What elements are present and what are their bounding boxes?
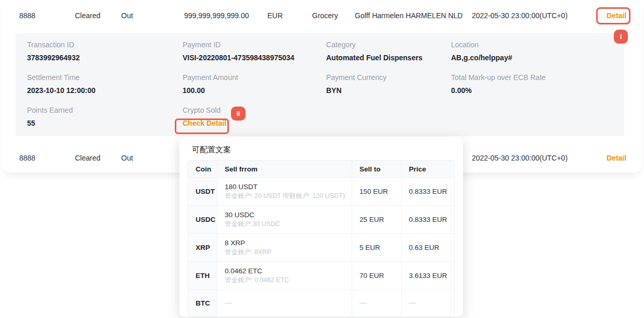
header-sell-to: Sell to — [352, 161, 402, 177]
table-row-eth: ETH 0.0462 ETC 资金账户: 0.0462 ETC 70 EUR 3… — [188, 262, 454, 290]
sell-from-cell: 180 USDT 资金账户: 20 USDT 理财账户: 120 USDT) — [217, 178, 352, 205]
header-price: Price — [402, 161, 455, 177]
detail-link[interactable]: Detail — [607, 11, 626, 20]
amount-cell: 999,999,999,999.00 — [184, 11, 249, 20]
field-label: Settlement Time — [27, 73, 96, 82]
detail-panel-row: Settlement Time 2023-10-10 12:00:00 Paym… — [16, 73, 624, 102]
coin-cell: USDT — [188, 178, 217, 205]
sell-from-amount: 0.0462 ETC — [225, 267, 346, 276]
field-value: VISI-20220801-473598438975034 — [183, 54, 294, 62]
price-cell: 0.8333 EUR — [402, 206, 455, 233]
card-number: 8888 — [19, 154, 35, 162]
field-label: Transaction ID — [27, 41, 80, 49]
field-label: Crypto Sold — [183, 106, 226, 114]
table-row-xrp: XRP 8 XRP 资金账户: 8XRP 5 EUR 0.63 EUR — [188, 234, 454, 262]
sell-from-accounts: 资金账户:30 USDC — [225, 220, 346, 229]
sell-from-accounts: 资金账户: 20 USDT 理财账户: 120 USDT) — [225, 192, 346, 201]
field-total-markup: Total Mark-up over ECB Rate 0.00% — [451, 73, 546, 95]
transaction-detail-panel: Transaction ID 3783992964932 Payment ID … — [16, 33, 624, 136]
time-cell: 2022-05-30 23:00:00(UTC+0) — [472, 11, 568, 20]
price-cell: — — [402, 290, 455, 316]
field-settlement-time: Settlement Time 2023-10-10 12:00:00 — [27, 73, 96, 95]
price-cell: 0.8333 EUR — [402, 178, 455, 205]
field-label: Payment Amount — [183, 73, 238, 82]
merchant-cell: Golff Harmelen HARMELEN NLD — [355, 11, 462, 20]
sell-from-cell: 8 XRP 资金账户: 8XRP — [217, 234, 352, 261]
field-label: Location — [451, 41, 512, 49]
direction-cell: Out — [121, 11, 133, 20]
price-cell: 0.63 EUR — [402, 234, 455, 261]
price-cell: 3.6133 EUR — [402, 262, 455, 289]
status-cell: Cleared — [75, 11, 100, 20]
field-value: 2023-10-10 12:00:00 — [27, 86, 96, 95]
coin-cell: XRP — [188, 234, 217, 261]
annotation-badge-i: i — [614, 30, 628, 44]
field-value: BYN — [326, 86, 387, 95]
check-detail-link[interactable]: Check Detail — [183, 119, 226, 127]
transaction-row-1[interactable]: 8888 Cleared Out 999,999,999,999.00 EUR … — [2, 0, 642, 31]
field-payment-amount: Payment Amount 100.00 — [183, 73, 238, 95]
field-value: Automated Fuel Dispensers — [326, 54, 422, 62]
header-coin: Coin — [188, 161, 217, 177]
field-value: 55 — [27, 119, 73, 127]
annotation-badge-ii: ii — [231, 107, 246, 121]
field-location: Location AB,g.co/helppay# — [451, 41, 512, 62]
crypto-sold-popup: 可配置文案 Coin Sell frrom Sell to Price USDT… — [179, 137, 463, 317]
field-payment-currency: Payment Currency BYN — [326, 73, 387, 95]
crypto-sold-table: Coin Sell frrom Sell to Price USDT 180 U… — [188, 160, 455, 316]
sell-to-cell: — — [352, 290, 402, 316]
table-row-usdt: USDT 180 USDT 资金账户: 20 USDT 理财账户: 120 US… — [188, 178, 454, 206]
field-category: Category Automated Fuel Dispensers — [326, 41, 422, 62]
field-value: AB,g.co/helppay# — [451, 54, 512, 62]
sell-from-amount: 180 USDT — [225, 182, 346, 192]
field-label: Points Earned — [27, 106, 73, 114]
currency-cell: EUR — [267, 11, 283, 20]
field-crypto-sold: Crypto Sold Check Detail — [183, 106, 226, 127]
table-header-row: Coin Sell frrom Sell to Price — [188, 161, 454, 178]
sell-to-cell: 150 EUR — [352, 178, 402, 205]
sell-from-cell: — — [217, 290, 352, 316]
field-value: 100.00 — [183, 86, 238, 95]
field-label: Total Mark-up over ECB Rate — [451, 73, 546, 82]
field-payment-id: Payment ID VISI-20220801-473598438975034 — [183, 41, 294, 62]
field-transaction-id: Transaction ID 3783992964932 — [27, 41, 80, 62]
field-value: 0.00% — [451, 86, 546, 95]
header-sell-from: Sell frrom — [217, 161, 352, 177]
popup-title: 可配置文案 — [192, 145, 231, 155]
transactions-page: 8888 Cleared Out 999,999,999,999.00 EUR … — [0, 0, 644, 318]
status-cell: Cleared — [75, 154, 100, 162]
field-value: 3783992964932 — [27, 54, 80, 62]
field-label: Payment Currency — [326, 73, 387, 82]
sell-to-cell: 25 EUR — [352, 206, 402, 233]
sell-from-amount: 8 XRP — [225, 239, 346, 248]
sell-from-accounts: 资金账户: 8XRP — [225, 248, 346, 257]
sell-from-amount: 30 USDC — [225, 210, 346, 220]
field-label: Category — [326, 41, 422, 49]
sell-from-cell: 30 USDC 资金账户:30 USDC — [217, 206, 352, 233]
time-cell: 2022-05-30 23:00:00(UTC+0) — [472, 154, 568, 162]
table-row-btc: BTC — — — — [188, 290, 454, 316]
detail-panel-row: Points Earned 55 Crypto Sold Check Detai… — [16, 106, 624, 135]
sell-from-cell: 0.0462 ETC 资金账户: 0.0462 ETC — [217, 262, 352, 289]
detail-link[interactable]: Detail — [607, 154, 626, 162]
direction-cell: Out — [121, 154, 133, 162]
field-points-earned: Points Earned 55 — [27, 106, 73, 127]
coin-cell: BTC — [188, 290, 217, 316]
table-row-usdc: USDC 30 USDC 资金账户:30 USDC 25 EUR 0.8333 … — [188, 206, 454, 234]
sell-from-accounts: 资金账户: 0.0462 ETC — [225, 276, 346, 285]
detail-panel-row: Transaction ID 3783992964932 Payment ID … — [16, 41, 624, 70]
coin-cell: ETH — [188, 262, 217, 289]
category-cell: Grocery — [312, 11, 338, 20]
sell-from-amount: — — [225, 298, 346, 308]
coin-cell: USDC — [188, 206, 217, 233]
field-label: Payment ID — [183, 41, 294, 49]
sell-to-cell: 70 EUR — [352, 262, 402, 289]
card-number: 8888 — [19, 11, 35, 20]
sell-to-cell: 5 EUR — [352, 234, 402, 261]
